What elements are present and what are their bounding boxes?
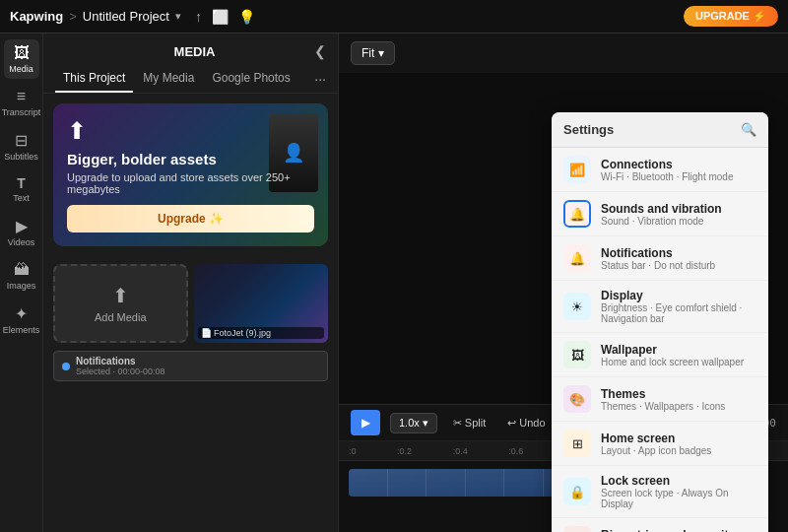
undo-button[interactable]: ↩ Undo: [501, 414, 551, 432]
upgrade-card-title: Bigger, bolder assets: [67, 151, 314, 167]
top-bar: Kapwing > Untitled Project ▾ ↑ ⬜ 💡 UPGRA…: [0, 0, 788, 33]
track-frame: [427, 469, 466, 497]
sidebar-item-label: Text: [13, 193, 30, 203]
settings-item-wallpaper[interactable]: 🖼 Wallpaper Home and lock screen wallpap…: [552, 333, 768, 377]
sidebar-item-label: Images: [7, 281, 36, 291]
settings-item-themes[interactable]: 🎨 Themes Themes · Wallpapers · Icons: [552, 377, 768, 422]
share-icon[interactable]: ↑: [195, 9, 202, 25]
kapwing-logo[interactable]: Kapwing: [10, 9, 63, 24]
media-grid: ⬆ Add Media 📄 FotoJet (9).jpg: [43, 256, 338, 351]
sidebar-item-label: Videos: [8, 237, 34, 247]
text-icon: T: [17, 175, 26, 191]
topbar-left: Kapwing > Untitled Project ▾ ↑ ⬜ 💡: [10, 9, 255, 25]
lock-screen-label: Lock screen: [601, 474, 756, 488]
lock-screen-icon: 🔒: [563, 478, 591, 505]
upgrade-card: ⬆ Bigger, bolder assets Upgrade to uploa…: [53, 103, 328, 246]
tab-my-media[interactable]: My Media: [135, 65, 202, 93]
wallpaper-sub: Home and lock screen wallpaper: [601, 357, 756, 367]
media-file-label: 📄 FotoJet (9).jpg: [198, 327, 325, 339]
ruler-mark: :0.4: [453, 446, 468, 456]
monitor-icon[interactable]: ⬜: [212, 9, 229, 25]
ruler-mark: :0: [349, 446, 357, 456]
notification-content: Notifications Selected · 00:00-00:08: [76, 356, 165, 376]
project-chevron-icon[interactable]: ▾: [175, 10, 181, 23]
upgrade-card-description: Upgrade to upload and store assets over …: [67, 171, 314, 195]
home-screen-sub: Layout · App icon badges: [601, 445, 756, 456]
settings-item-lock-screen[interactable]: 🔒 Lock screen Screen lock type · Always …: [552, 466, 768, 518]
add-media-icon: ⬆: [112, 284, 129, 307]
sidebar-item-text[interactable]: T Text: [4, 170, 39, 208]
play-icon: ▶: [361, 416, 370, 430]
upgrade-button[interactable]: UPGRADE ⚡: [684, 6, 778, 27]
media-panel-header: MEDIA ❮: [43, 33, 338, 65]
upgrade-card-button[interactable]: Upgrade ✨: [67, 205, 314, 233]
themes-icon: 🎨: [563, 385, 591, 413]
notification-badge: Notifications Selected · 00:00-00:08: [53, 351, 328, 381]
project-name[interactable]: Untitled Project: [83, 9, 169, 24]
media-tabs: This Project My Media Google Photos ···: [43, 65, 338, 94]
topbar-separator: >: [69, 9, 77, 24]
sidebar-item-label: Media: [9, 64, 33, 74]
settings-item-biometrics[interactable]: 🛡 Biometrics and security Face recogniti…: [552, 518, 768, 532]
undo-icon: ↩: [507, 417, 516, 430]
ruler-mark: :0.2: [397, 446, 412, 456]
settings-item-sounds[interactable]: 🔔 Sounds and vibration Sound · Vibration…: [552, 192, 768, 236]
notifications-label: Notifications: [601, 246, 756, 260]
settings-item-notifications[interactable]: 🔔 Notifications Status bar · Do not dist…: [552, 236, 768, 281]
notification-title: Notifications: [76, 356, 165, 366]
upgrade-card-content: ⬆ Bigger, bolder assets Upgrade to uploa…: [67, 117, 314, 233]
display-icon: ☀: [563, 293, 591, 320]
themes-sub: Themes · Wallpapers · Icons: [601, 401, 756, 412]
settings-items-list: 📶 Connections Wi-Fi · Bluetooth · Flight…: [552, 148, 768, 532]
canvas-viewport[interactable]: Settings 🔍 📶 Connections Wi-Fi · Bluetoo…: [339, 73, 788, 404]
home-screen-icon: ⊞: [563, 430, 591, 457]
sounds-icon: 🔔: [563, 200, 591, 228]
play-button[interactable]: ▶: [351, 410, 380, 435]
sounds-label: Sounds and vibration: [601, 202, 756, 216]
notification-dot: [62, 363, 70, 370]
add-media-button[interactable]: ⬆ Add Media: [53, 264, 188, 343]
settings-item-home-screen[interactable]: ⊞ Home screen Layout · App icon badges: [552, 422, 768, 466]
settings-panel-header: Settings 🔍: [552, 112, 768, 148]
settings-panel: Settings 🔍 📶 Connections Wi-Fi · Bluetoo…: [552, 112, 768, 532]
settings-panel-title: Settings: [563, 122, 614, 137]
sidebar-item-elements[interactable]: ✦ Elements: [4, 299, 39, 340]
upload-arrow-icon: ⬆: [67, 117, 314, 145]
speed-button[interactable]: 1.0x ▾: [390, 413, 437, 433]
subtitles-icon: ⊟: [15, 131, 28, 150]
sidebar-item-subtitles[interactable]: ⊟ Subtitles: [4, 126, 39, 166]
fit-chevron-icon: ▾: [378, 46, 384, 60]
ruler-mark: :0.6: [508, 446, 523, 456]
fit-button[interactable]: Fit ▾: [351, 41, 395, 65]
track-frame: [349, 469, 388, 497]
wallpaper-icon: 🖼: [563, 341, 591, 368]
add-media-label: Add Media: [95, 311, 147, 323]
settings-item-display[interactable]: ☀ Display Brightness · Eye comfort shiel…: [552, 281, 768, 333]
collapse-panel-button[interactable]: ❮: [314, 43, 326, 59]
split-button[interactable]: ✂ Split: [447, 414, 492, 432]
sounds-sub: Sound · Vibration mode: [601, 216, 756, 227]
settings-search-icon[interactable]: 🔍: [741, 122, 756, 137]
settings-item-connections[interactable]: 📶 Connections Wi-Fi · Bluetooth · Flight…: [552, 148, 768, 192]
lightbulb-icon[interactable]: 💡: [238, 9, 255, 25]
wallpaper-label: Wallpaper: [601, 343, 756, 357]
track-frame: [504, 469, 544, 497]
media-thumbnail[interactable]: 📄 FotoJet (9).jpg: [194, 264, 329, 343]
connections-label: Connections: [601, 158, 756, 171]
tab-this-project[interactable]: This Project: [55, 65, 133, 93]
connections-sub: Wi-Fi · Bluetooth · Flight mode: [601, 171, 756, 182]
images-icon: 🏔: [14, 261, 30, 279]
sidebar-item-videos[interactable]: ▶ Videos: [4, 212, 39, 252]
themes-label: Themes: [601, 387, 756, 401]
media-more-icon[interactable]: ···: [314, 71, 326, 87]
sidebar-item-label: Subtitles: [4, 152, 38, 162]
sidebar-item-media[interactable]: 🖼 Media: [4, 39, 39, 79]
tab-google-photos[interactable]: Google Photos: [204, 65, 297, 93]
biometrics-icon: 🛡: [563, 526, 591, 532]
sidebar-item-transcript[interactable]: ≡ Transcript: [4, 83, 39, 122]
connections-icon: 📶: [563, 156, 591, 183]
notification-subtitle: Selected · 00:00-00:08: [76, 366, 165, 376]
fit-label: Fit: [361, 46, 374, 60]
sidebar-item-images[interactable]: 🏔 Images: [4, 256, 39, 296]
main-area: 🖼 Media ≡ Transcript ⊟ Subtitles T Text …: [0, 33, 788, 532]
